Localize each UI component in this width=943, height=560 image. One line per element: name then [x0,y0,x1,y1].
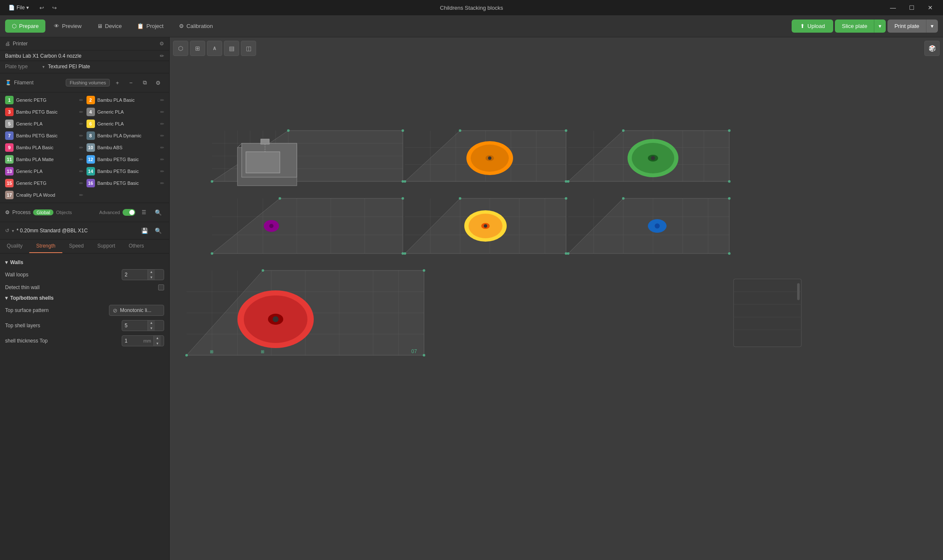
tab-quality[interactable]: Quality [0,240,29,253]
redo-button[interactable]: ↪ [48,2,60,14]
auto-btn[interactable]: A [207,41,222,56]
preset-actions: 💾 🔍 [139,225,164,237]
filament-item-9[interactable]: 9 Bambu PLA Basic ✏ [3,142,85,153]
tab-prepare[interactable]: ⬡ Prepare [5,20,45,33]
settings-area: ▾ Walls Wall loops ▲ ▼ Detect thin wall [0,254,169,352]
objects-tab[interactable]: Objects [56,210,72,215]
filament-item-15[interactable]: 15 Generic PETG ✏ [3,177,85,189]
flat-view-btn[interactable]: ▤ [224,41,239,56]
print-plate-button[interactable]: Print plate [887,20,926,33]
tab-others[interactable]: Others [122,240,151,253]
filament-item-4[interactable]: 4 Generic PLA ✏ [85,106,166,118]
file-menu[interactable]: 📄 File ▾ [5,3,32,12]
top-bottom-collapse-icon[interactable]: ▾ [5,295,8,301]
preset-search-button[interactable]: 🔍 [152,225,164,237]
tab-speed[interactable]: Speed [62,240,91,253]
slice-plate-button[interactable]: Slice plate [835,20,874,33]
filament-edit-6[interactable]: ✏ [160,121,164,127]
tab-device[interactable]: 🖥 Device [90,20,129,33]
filament-edit-9[interactable]: ✏ [79,145,83,150]
process-search-icon[interactable]: 🔍 [152,206,164,218]
top-shell-layers-field[interactable] [122,323,148,329]
settings-scroll-area[interactable]: ▾ Walls Wall loops ▲ ▼ Detect thin wall [0,254,169,560]
filament-item-13[interactable]: 13 Generic PLA ✏ [3,165,85,177]
perspective-btn[interactable]: ◫ [241,41,256,56]
top-surface-pattern-select[interactable]: ⊘ Monotonic li... [109,305,164,316]
process-list-icon[interactable]: ☰ [138,206,150,218]
top-shell-thickness-input[interactable]: mm ▲ ▼ [122,335,164,346]
detect-thin-wall-checkbox[interactable] [158,284,164,290]
filament-edit-14[interactable]: ✏ [160,169,164,174]
filament-item-6[interactable]: 6 Generic PLA ✏ [85,118,166,130]
plate-type-value[interactable]: Textured PEI Plate [48,64,90,70]
tab-calibration[interactable]: ⚙ Calibration [172,20,220,33]
svg-marker-97 [187,270,424,355]
top-shell-layers-up[interactable]: ▲ [148,320,155,326]
filament-item-14[interactable]: 14 Bambu PETG Basic ✏ [85,165,166,177]
svg-text:⊞: ⊞ [210,349,213,354]
advanced-toggle[interactable] [123,209,135,216]
filament-item-3[interactable]: 3 Bambu PETG Basic ✏ [3,106,85,118]
top-shell-layers-input[interactable]: ▲ ▼ [122,320,164,331]
filament-item-11[interactable]: 11 Bambu PLA Matte ✏ [3,153,85,165]
preset-save-button[interactable]: 💾 [139,225,151,237]
filament-add-button[interactable]: + [112,77,123,89]
filament-remove-button[interactable]: − [125,77,137,89]
filament-edit-3[interactable]: ✏ [79,109,83,115]
top-shell-thickness-field[interactable] [122,338,143,344]
minimize-button[interactable]: — [885,2,901,14]
filament-item-10[interactable]: 10 Bambu ABS ✏ [85,142,166,153]
filament-edit-12[interactable]: ✏ [160,157,164,162]
filament-item-1[interactable]: 1 Generic PETG ✏ [3,94,85,106]
filament-item-12[interactable]: 12 Bambu PETG Basic ✏ [85,153,166,165]
grid-view-btn[interactable]: ⊞ [190,41,205,56]
filament-item-7[interactable]: 7 Bambu PETG Basic ✏ [3,130,85,142]
wall-loops-input[interactable]: ▲ ▼ [122,269,164,280]
global-badge[interactable]: Global [33,209,53,215]
filament-edit-7[interactable]: ✏ [79,133,83,139]
filament-edit-16[interactable]: ✏ [160,181,164,186]
slice-plate-dropdown[interactable]: ▾ [874,20,886,33]
filament-item-16[interactable]: 16 Bambu PETG Basic ✏ [85,177,166,189]
preset-name[interactable]: * 0.20mm Standard @BBL X1C [17,228,88,234]
upload-button[interactable]: ⬆ Upload [792,20,833,33]
top-shell-layers-down[interactable]: ▼ [148,326,155,331]
filament-copy-button[interactable]: ⧉ [139,77,151,89]
svg-rect-119 [734,279,801,347]
filament-edit-10[interactable]: ✏ [160,145,164,150]
printer-edit-icon[interactable]: ✏ [160,53,164,59]
printer-settings-icon[interactable]: ⚙ [159,41,164,47]
wall-loops-down[interactable]: ▼ [148,275,155,280]
filament-edit-13[interactable]: ✏ [79,169,83,174]
filament-item-8[interactable]: 8 Bambu PLA Dynamic ✏ [85,130,166,142]
filament-item-2[interactable]: 2 Bambu PLA Basic ✏ [85,94,166,106]
walls-collapse-icon[interactable]: ▾ [5,259,8,265]
orient-btn[interactable]: 🎲 [924,41,940,56]
3d-viewport[interactable]: ⬡ ⊞ A ▤ ◫ 🎲 [170,37,943,560]
print-plate-dropdown[interactable]: ▾ [926,20,938,33]
top-shell-thickness-down[interactable]: ▼ [154,341,161,346]
close-button[interactable]: ✕ [923,2,938,14]
cube-view-btn[interactable]: ⬡ [173,41,188,56]
flushing-volumes-button[interactable]: Flushing volumes [66,79,110,86]
tab-preview[interactable]: 👁 Preview [47,20,88,33]
filament-edit-8[interactable]: ✏ [160,133,164,139]
filament-edit-11[interactable]: ✏ [79,157,83,162]
filament-item-5[interactable]: 5 Generic PLA ✏ [3,118,85,130]
filament-settings-button[interactable]: ⚙ [152,77,164,89]
filament-edit-2[interactable]: ✏ [160,98,164,103]
filament-edit-4[interactable]: ✏ [160,109,164,115]
wall-loops-field[interactable] [122,272,148,278]
tab-support[interactable]: Support [90,240,122,253]
filament-edit-17[interactable]: ✏ [79,192,83,198]
filament-item-17[interactable]: 17 Creality PLA Wood ✏ [3,189,85,201]
filament-edit-15[interactable]: ✏ [79,181,83,186]
tab-strength[interactable]: Strength [29,240,62,253]
undo-button[interactable]: ↩ [36,2,47,14]
top-shell-thickness-up[interactable]: ▲ [154,335,161,341]
filament-edit-1[interactable]: ✏ [79,98,83,103]
filament-edit-5[interactable]: ✏ [79,121,83,127]
wall-loops-up[interactable]: ▲ [148,269,155,275]
tab-project[interactable]: 📋 Project [130,20,170,33]
maximize-button[interactable]: ☐ [904,2,919,14]
